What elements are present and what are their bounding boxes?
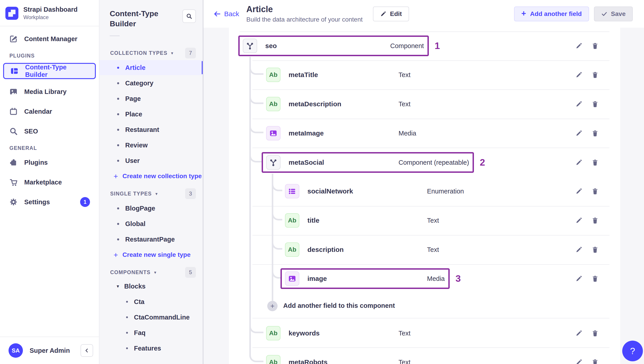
delete-field-button[interactable] — [590, 70, 600, 79]
bullet-icon — [117, 207, 119, 209]
delete-field-button[interactable] — [590, 358, 600, 364]
collapse-sidebar-button[interactable] — [80, 344, 93, 357]
component-group-blocks[interactable]: ▾Blocks — [100, 279, 204, 294]
component-item-ctacommandline[interactable]: CtaCommandLine — [100, 310, 204, 325]
component-item-faq[interactable]: Faq — [100, 325, 204, 340]
gear-icon — [9, 198, 18, 207]
field-name: title — [308, 217, 427, 224]
component-item-features[interactable]: Features — [100, 341, 204, 356]
content-type-item-global[interactable]: Global — [100, 216, 204, 231]
tree-branch — [272, 203, 282, 220]
content-type-label: Global — [125, 220, 146, 228]
sidebar-item-content-type-builder[interactable]: Content-Type Builder — [3, 63, 96, 79]
component-item-cta[interactable]: Cta — [100, 294, 204, 309]
add-field-to-component-button[interactable]: + — [267, 301, 278, 311]
edit-field-button[interactable] — [574, 70, 584, 79]
sidebar-item-label: SEO — [24, 128, 38, 135]
edit-field-button[interactable] — [574, 216, 584, 225]
sidebar-item-media-library[interactable]: Media Library — [3, 84, 96, 99]
panel-section-header-components[interactable]: COMPONENTS▾5 — [100, 266, 204, 279]
panel-section-header-single-types[interactable]: SINGLE TYPES▾3 — [100, 187, 204, 200]
edit-field-button[interactable] — [574, 129, 584, 138]
help-button[interactable]: ? — [622, 341, 643, 361]
sidebar-item-content-manager[interactable]: Content Manager — [3, 32, 96, 46]
edit-field-button[interactable] — [574, 41, 584, 50]
field-row-metasocial[interactable]: metaSocialComponent (repeatable)2 — [262, 152, 485, 173]
sidebar-item-label: Marketplace — [24, 179, 62, 186]
bullet-icon — [126, 301, 128, 303]
workspace-subtitle: Workplace — [23, 14, 78, 21]
delete-field-button[interactable] — [590, 41, 600, 50]
edit-field-button[interactable] — [574, 245, 584, 254]
add-another-field-button[interactable]: + Add another field — [514, 7, 589, 21]
sidebar-item-settings[interactable]: Settings1 — [3, 195, 96, 209]
tree-branch — [249, 87, 264, 104]
field-name: description — [308, 246, 427, 253]
content-type-item-category[interactable]: Category — [100, 76, 204, 91]
content-type-item-place[interactable]: Place — [100, 107, 204, 122]
delete-field-button[interactable] — [590, 158, 600, 167]
search-button[interactable] — [182, 10, 196, 23]
delete-field-button[interactable] — [590, 187, 600, 196]
field-type: Media — [427, 275, 445, 282]
field-row-metatitle[interactable]: AbmetaTitleText — [266, 65, 410, 85]
sidebar-item-seo[interactable]: SEO — [3, 124, 96, 138]
field-row-metarobots[interactable]: AbmetaRobotsText — [266, 352, 410, 364]
edit-button[interactable]: Edit — [373, 7, 409, 21]
sidebar-item-marketplace[interactable]: Marketplace — [3, 175, 96, 190]
field-name: metaTitle — [288, 71, 398, 79]
sidebar-item-plugins[interactable]: Plugins — [3, 155, 96, 170]
edit-field-button[interactable] — [574, 329, 584, 338]
field-row-seo[interactable]: seoComponent1 — [238, 36, 440, 56]
app-root: Strapi Dashboard Workplace Content Manag… — [0, 0, 644, 364]
field-row-metadescription[interactable]: AbmetaDescriptionText — [266, 94, 410, 114]
back-link[interactable]: Back — [214, 10, 239, 18]
chevron-down-icon: ▾ — [171, 51, 173, 56]
content-type-label: Review — [125, 141, 148, 149]
edit-field-button[interactable] — [574, 358, 584, 364]
content-type-item-article[interactable]: Article — [100, 60, 204, 75]
row-separator — [252, 235, 610, 236]
layout-icon — [10, 67, 19, 76]
field-name: metaSocial — [288, 159, 398, 166]
delete-field-button[interactable] — [590, 216, 600, 225]
strapi-logo-icon — [6, 7, 18, 20]
puzzle-icon — [9, 158, 18, 167]
field-row-metaimage[interactable]: metaImageMedia — [266, 123, 416, 144]
workspace-brand[interactable]: Strapi Dashboard Workplace — [0, 0, 99, 26]
save-button[interactable]: Save — [594, 7, 633, 21]
content-type-item-page[interactable]: Page — [100, 91, 204, 106]
main-nav: Content ManagerPLUGINSContent-Type Build… — [0, 26, 99, 337]
edit-field-button[interactable] — [574, 158, 584, 167]
tree-branch — [249, 57, 264, 75]
field-row-keywords[interactable]: AbkeywordsText — [266, 323, 410, 343]
delete-field-button[interactable] — [590, 100, 600, 109]
row-separator — [252, 148, 610, 148]
field-row-socialnetwork[interactable]: socialNetworkEnumeration — [285, 181, 464, 202]
content-type-item-blogpage[interactable]: BlogPage — [100, 201, 204, 216]
main-sidebar: Strapi Dashboard Workplace Content Manag… — [0, 0, 100, 364]
panel-section-header-collection-types[interactable]: COLLECTION TYPES▾7 — [100, 47, 204, 60]
edit-field-button[interactable] — [574, 274, 584, 283]
content-type-item-restaurant[interactable]: Restaurant — [100, 122, 204, 137]
field-row-title[interactable]: AbtitleText — [285, 210, 439, 231]
delete-field-button[interactable] — [590, 245, 600, 254]
tree-branch — [272, 232, 282, 250]
cart-icon — [9, 178, 18, 187]
delete-field-button[interactable] — [590, 274, 600, 283]
delete-field-button[interactable] — [590, 129, 600, 138]
create-new-link-create-new-single-type[interactable]: +Create new single type — [100, 247, 204, 262]
field-row-description[interactable]: AbdescriptionText — [285, 239, 439, 260]
create-new-link-create-new-collection-type[interactable]: +Create new collection type — [100, 169, 204, 184]
bullet-icon — [126, 347, 128, 349]
content-type-item-user[interactable]: User — [100, 153, 204, 168]
avatar[interactable]: SA — [8, 343, 23, 358]
sidebar-item-calendar[interactable]: Calendar — [3, 104, 96, 119]
content-type-item-review[interactable]: Review — [100, 138, 204, 152]
delete-field-button[interactable] — [590, 329, 600, 338]
add-field-to-component-label[interactable]: Add another field to this component — [283, 302, 395, 309]
edit-field-button[interactable] — [574, 100, 584, 109]
edit-field-button[interactable] — [574, 187, 584, 196]
field-row-image[interactable]: imageMedia3 — [280, 268, 461, 289]
content-type-item-restaurantpage[interactable]: RestaurantPage — [100, 232, 204, 247]
